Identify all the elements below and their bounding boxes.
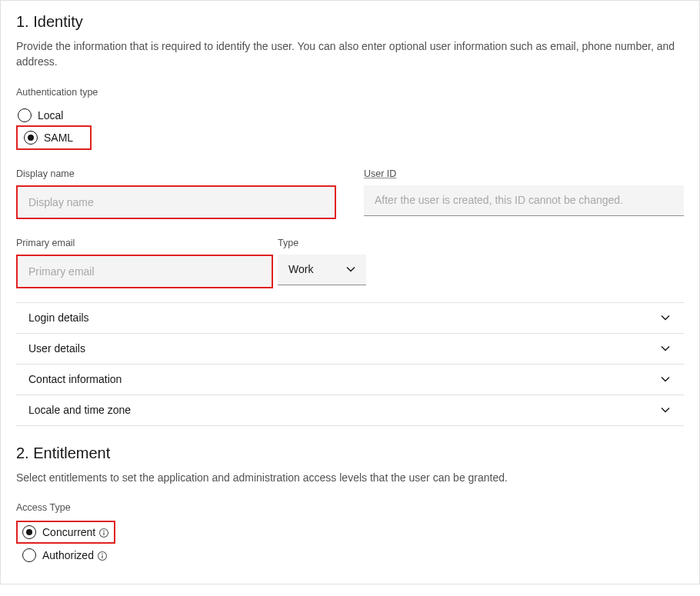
entitlement-section-description: Select entitlements to set the applicati… bbox=[16, 470, 684, 485]
user-id-input[interactable] bbox=[364, 185, 684, 216]
svg-point-1 bbox=[103, 531, 105, 532]
identity-section-description: Provide the information that is required… bbox=[16, 38, 684, 70]
email-type-select[interactable]: Work bbox=[278, 255, 366, 285]
radio-icon bbox=[22, 548, 36, 562]
accordion-user-details[interactable]: User details bbox=[16, 334, 684, 365]
svg-rect-5 bbox=[102, 555, 102, 558]
access-concurrent-radio[interactable]: Concurrent bbox=[18, 522, 112, 542]
access-concurrent-label: Concurrent bbox=[42, 526, 95, 538]
auth-saml-radio[interactable]: SAML bbox=[19, 128, 87, 147]
radio-icon bbox=[18, 108, 32, 122]
chevron-down-icon bbox=[659, 311, 672, 324]
access-type-label: Access Type bbox=[16, 502, 684, 513]
accordion-list: Login details User details Contact infor… bbox=[16, 302, 684, 426]
auth-type-radio-group: Local SAML bbox=[16, 105, 684, 150]
auth-type-label: Authentication type bbox=[16, 87, 684, 98]
auth-saml-label: SAML bbox=[44, 132, 73, 144]
primary-email-input[interactable] bbox=[18, 256, 272, 287]
display-name-highlight bbox=[16, 185, 336, 219]
info-icon[interactable] bbox=[98, 526, 109, 538]
accordion-label: Login details bbox=[28, 311, 89, 324]
access-concurrent-highlight: Concurrent bbox=[16, 521, 115, 544]
auth-local-label: Local bbox=[38, 109, 63, 122]
access-type-radio-group: Concurrent Authorized bbox=[16, 521, 684, 565]
info-icon[interactable] bbox=[97, 549, 108, 561]
radio-icon bbox=[24, 131, 38, 145]
user-id-label: User ID bbox=[364, 168, 684, 179]
chevron-down-icon bbox=[345, 263, 357, 275]
display-name-input[interactable] bbox=[18, 187, 335, 218]
primary-email-label: Primary email bbox=[16, 238, 273, 248]
accordion-label: Contact information bbox=[28, 373, 122, 385]
accordion-contact-information[interactable]: Contact information bbox=[16, 365, 684, 395]
chevron-down-icon bbox=[659, 373, 672, 385]
accordion-login-details[interactable]: Login details bbox=[16, 303, 684, 334]
accordion-label: Locale and time zone bbox=[28, 404, 131, 416]
access-authorized-radio[interactable]: Authorized bbox=[16, 545, 684, 565]
svg-point-4 bbox=[102, 554, 103, 555]
email-type-label: Type bbox=[278, 238, 366, 248]
primary-email-highlight bbox=[16, 255, 273, 288]
chevron-down-icon bbox=[659, 342, 672, 355]
auth-local-radio[interactable]: Local bbox=[16, 105, 684, 125]
access-authorized-label: Authorized bbox=[42, 549, 94, 561]
entitlement-section-title: 2. Entitlement bbox=[16, 445, 684, 462]
accordion-label: User details bbox=[28, 342, 85, 355]
accordion-locale-timezone[interactable]: Locale and time zone bbox=[16, 395, 684, 426]
display-name-label: Display name bbox=[16, 168, 336, 179]
radio-icon bbox=[22, 525, 36, 539]
auth-saml-highlight: SAML bbox=[16, 125, 92, 150]
chevron-down-icon bbox=[659, 404, 672, 416]
identity-section-title: 1. Identity bbox=[16, 13, 684, 31]
svg-rect-2 bbox=[104, 532, 105, 535]
email-type-value: Work bbox=[288, 263, 313, 275]
